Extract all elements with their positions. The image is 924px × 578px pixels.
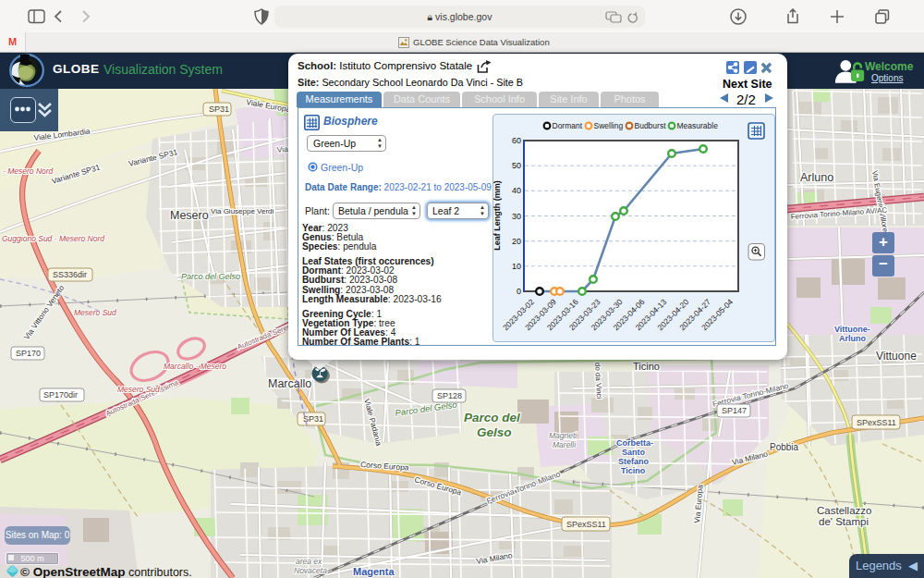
svg-text:Castellazzo: Castellazzo [817, 505, 871, 516]
svg-text:- Mesero Nord: - Mesero Nord [3, 166, 54, 176]
svg-text:Vittuone-: Vittuone- [834, 325, 870, 334]
svg-text:Dormant: Dormant [553, 121, 583, 130]
svg-text:Marcallo - Mesero: Marcallo - Mesero [164, 362, 226, 371]
svg-text:Marcallo: Marcallo [268, 377, 311, 390]
svg-text:de' Stampi: de' Stampi [819, 516, 869, 527]
svg-text:Ticino: Ticino [621, 466, 646, 475]
svg-text:SP147: SP147 [722, 406, 747, 415]
svg-text:Arluno: Arluno [839, 334, 866, 343]
svg-text:Pobbia: Pobbia [770, 442, 799, 452]
svg-text:60: 60 [512, 136, 521, 145]
svg-text:20: 20 [512, 237, 521, 246]
svg-text:Leaf Length (mm): Leaf Length (mm) [492, 180, 502, 251]
svg-text:Arluno: Arluno [800, 171, 833, 184]
svg-text:SP170: SP170 [16, 349, 41, 358]
svg-text:Marelli: Marelli [553, 440, 577, 449]
svg-text:Stefano: Stefano [618, 457, 650, 466]
svg-text:0: 0 [517, 287, 521, 296]
svg-text:SP31: SP31 [209, 105, 229, 114]
svg-text:Ticino: Ticino [633, 361, 660, 372]
svg-text:40: 40 [512, 186, 521, 195]
svg-text:SP170dir: SP170dir [43, 390, 78, 400]
svg-text:SPexSS11: SPexSS11 [566, 520, 606, 529]
svg-text:Mesero Sud: Mesero Sud [117, 385, 160, 394]
svg-text:Swelling: Swelling [594, 121, 624, 130]
svg-text:Via Giuseppe Verdi: Via Giuseppe Verdi [211, 207, 274, 215]
svg-text:Novaceta: Novaceta [294, 566, 327, 575]
svg-text:SPexSS11: SPexSS11 [857, 418, 896, 427]
svg-text:30: 30 [512, 212, 521, 221]
svg-text:Vittuone: Vittuone [876, 350, 917, 363]
svg-text:Gelso: Gelso [477, 425, 512, 439]
svg-text:Magneti: Magneti [549, 431, 578, 440]
svg-text:SP128: SP128 [437, 391, 462, 400]
svg-text:50: 50 [512, 161, 521, 170]
svg-text:area ex: area ex [296, 557, 322, 566]
svg-text:SS336dir: SS336dir [53, 270, 87, 279]
svg-text:Santo: Santo [622, 448, 646, 457]
svg-text:10: 10 [512, 262, 521, 271]
svg-text:Mesero: Mesero [170, 209, 209, 222]
svg-text:Budburst: Budburst [635, 121, 667, 130]
svg-text:Measurable: Measurable [677, 121, 719, 130]
svg-text:Corbetta-: Corbetta- [616, 438, 653, 448]
svg-text:Magenta: Magenta [353, 566, 395, 577]
svg-text:Parco del Gelso: Parco del Gelso [181, 272, 240, 281]
svg-text:Parco del: Parco del [464, 411, 520, 424]
svg-text:Guggiono Sud - Mesero Nord: Guggiono Sud - Mesero Nord [2, 234, 104, 243]
